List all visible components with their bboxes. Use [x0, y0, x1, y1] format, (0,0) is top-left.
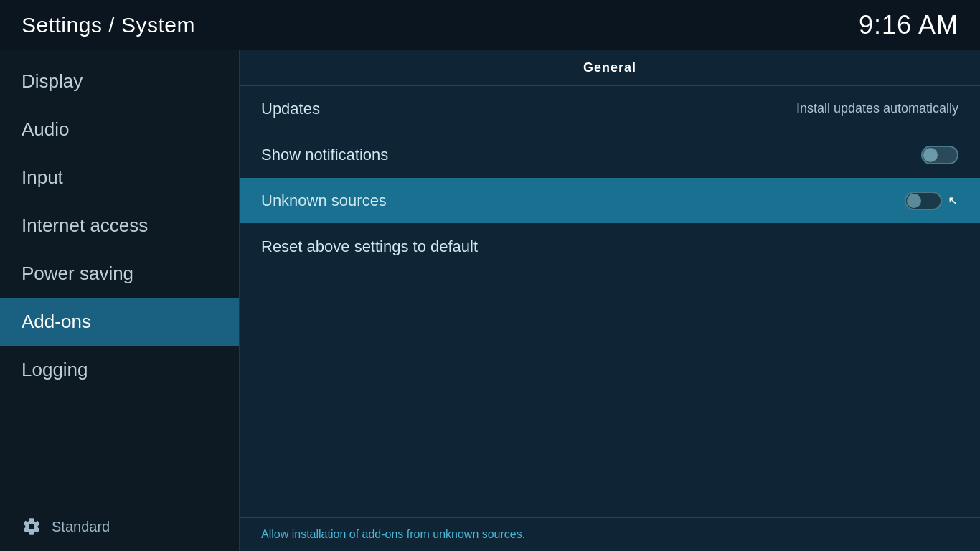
setting-row-unknown-sources[interactable]: Unknown sources ↖	[240, 178, 980, 224]
setting-row-reset[interactable]: Reset above settings to default	[240, 224, 980, 270]
toggle-unknown-sources[interactable]	[905, 192, 942, 210]
setting-row-show-notifications[interactable]: Show notifications	[240, 132, 980, 178]
page-title: Settings / System	[22, 13, 195, 37]
sidebar-item-logging[interactable]: Logging	[0, 346, 239, 394]
sidebar: Display Audio Input Internet access Powe…	[0, 50, 240, 551]
setting-label-show-notifications: Show notifications	[261, 146, 388, 164]
sidebar-item-input[interactable]: Input	[0, 154, 239, 202]
sidebar-item-display[interactable]: Display	[0, 57, 239, 105]
setting-label-updates: Updates	[261, 100, 320, 118]
settings-list: Updates Install updates automatically Sh…	[240, 86, 980, 517]
main-layout: Display Audio Input Internet access Powe…	[0, 50, 980, 551]
sidebar-footer[interactable]: Standard	[0, 502, 239, 551]
sidebar-item-add-ons[interactable]: Add-ons	[0, 298, 239, 346]
setting-label-reset: Reset above settings to default	[261, 237, 478, 256]
sidebar-footer-label: Standard	[52, 519, 110, 535]
content-panel: General Updates Install updates automati…	[240, 50, 980, 551]
toggle-show-notifications[interactable]	[921, 146, 958, 164]
setting-label-unknown-sources: Unknown sources	[261, 192, 387, 210]
gear-icon	[22, 517, 42, 537]
setting-value-updates: Install updates automatically	[796, 101, 958, 116]
sidebar-item-power-saving[interactable]: Power saving	[0, 250, 239, 298]
content-footer: Allow installation of add-ons from unkno…	[240, 517, 980, 551]
clock: 9:16 AM	[859, 10, 958, 40]
section-header: General	[240, 50, 980, 86]
cursor-indicator: ↖	[948, 193, 958, 209]
header: Settings / System 9:16 AM	[0, 0, 980, 50]
setting-row-updates[interactable]: Updates Install updates automatically	[240, 86, 980, 132]
sidebar-item-audio[interactable]: Audio	[0, 105, 239, 154]
sidebar-item-internet-access[interactable]: Internet access	[0, 202, 239, 250]
